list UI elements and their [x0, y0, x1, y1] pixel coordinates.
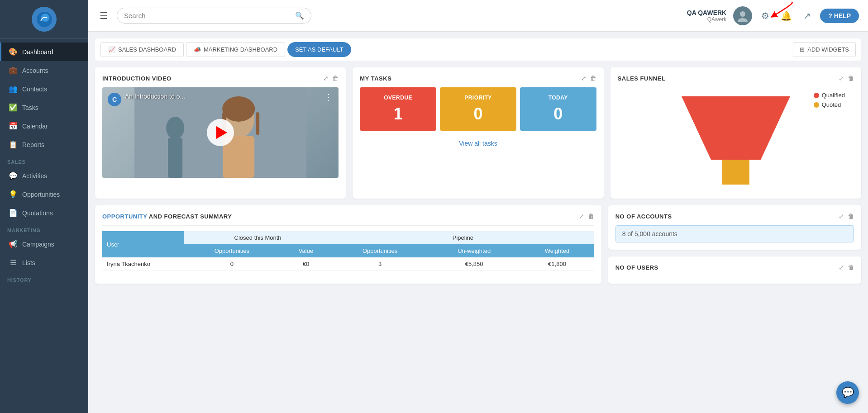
accounts-expand[interactable]: ⤢ — [839, 213, 844, 220]
sidebar-item-campaigns[interactable]: 📢 Campaigns — [0, 235, 88, 253]
unweighted-col-header: Un-weighted — [428, 244, 520, 257]
video-background: C An Introduction to o... ⋮ — [102, 87, 339, 178]
sidebar-item-opportunities[interactable]: 💡 Opportunities — [0, 185, 88, 204]
table-row: Iryna Tkachenko 0 €0 3 €5,850 €1,800 — [102, 257, 594, 271]
accounts-icon: 💼 — [9, 66, 18, 75]
app-logo — [32, 7, 57, 32]
search-input[interactable] — [124, 12, 291, 19]
accounts-widget-title: NO OF ACCOUNTS — [615, 213, 672, 220]
sidebar-item-accounts[interactable]: 💼 Accounts — [0, 61, 88, 80]
play-button[interactable] — [207, 119, 234, 146]
sidebar-item-reports[interactable]: 📋 Reports — [0, 135, 88, 154]
sales-funnel-widget: SALES FUNNEL ⤢ 🗑 Qualified — [610, 67, 861, 199]
marketing-section-label: MARKETING — [0, 222, 88, 235]
opportunity-widget: OPPORTUNITY OPPORTUNITY AND FORECAST SUM… — [95, 205, 601, 284]
sidebar-item-quotations[interactable]: 📄 Quotations — [0, 204, 88, 222]
bottom-row: OPPORTUNITY OPPORTUNITY AND FORECAST SUM… — [95, 205, 861, 284]
svg-rect-14 — [722, 160, 749, 185]
svg-point-6 — [166, 117, 184, 139]
qualified-label: Qualified — [822, 92, 845, 99]
sales-funnel-delete[interactable]: 🗑 — [848, 75, 854, 82]
svg-rect-12 — [256, 112, 259, 135]
megaphone-icon: 📣 — [194, 46, 201, 53]
main-area: ☰ 🔍 QA QAWERK QAwerk ⚙ — [88, 0, 868, 413]
activities-icon: 💬 — [9, 171, 18, 180]
svg-rect-7 — [168, 138, 182, 178]
widget-grid-top: INTRODUCTION VIDEO ⤢ 🗑 — [95, 67, 861, 199]
header: ☰ 🔍 QA QAWERK QAwerk ⚙ — [88, 0, 868, 32]
accounts-delete[interactable]: 🗑 — [848, 213, 854, 220]
today-task-card[interactable]: TODAY 0 — [520, 87, 596, 131]
weighted-cell: €1,800 — [520, 257, 594, 271]
user-info: QA QAWERK QAwerk — [687, 9, 726, 23]
intro-video-expand[interactable]: ⤢ — [323, 75, 329, 82]
opportunities-icon: 💡 — [9, 190, 18, 199]
opportunity-delete[interactable]: 🗑 — [588, 213, 594, 220]
my-tasks-delete[interactable]: 🗑 — [590, 75, 596, 82]
qualified-dot — [814, 93, 819, 98]
intro-video-widget: INTRODUCTION VIDEO ⤢ 🗑 — [95, 67, 346, 199]
overdue-label: OVERDUE — [365, 95, 431, 101]
users-expand[interactable]: ⤢ — [839, 264, 844, 271]
search-icon: 🔍 — [295, 11, 304, 20]
users-widget-actions: ⤢ 🗑 — [839, 264, 854, 271]
video-logo: C — [108, 93, 121, 106]
quoted-dot — [814, 102, 819, 108]
sidebar-item-activities[interactable]: 💬 Activities — [0, 166, 88, 185]
dashboard-icon: 🎨 — [9, 47, 18, 56]
sidebar-item-label: Campaigns — [22, 241, 54, 248]
sidebar-item-contacts[interactable]: 👥 Contacts — [0, 80, 88, 98]
search-box: 🔍 — [117, 8, 311, 24]
sidebar-item-calendar[interactable]: 📅 Calendar — [0, 117, 88, 135]
intro-video-title: INTRODUCTION VIDEO — [102, 75, 172, 82]
funnel-svg — [677, 92, 795, 187]
tab-marketing-label: MARKETING DASHBOARD — [204, 46, 277, 53]
overdue-task-card[interactable]: OVERDUE 1 — [360, 87, 436, 131]
sidebar-item-tasks[interactable]: ✅ Tasks — [0, 98, 88, 117]
help-label: ? HELP — [828, 12, 851, 19]
video-more-icon[interactable]: ⋮ — [324, 92, 333, 103]
priority-task-card[interactable]: PRIORITY 0 — [440, 87, 516, 131]
tab-sales-label: SALES DASHBOARD — [118, 46, 176, 53]
dashboard-tabs: 📈 SALES DASHBOARD 📣 MARKETING DASHBOARD … — [95, 38, 861, 61]
users-widget-header: NO OF USERS ⤢ 🗑 — [615, 264, 854, 271]
weighted-col-header: Weighted — [520, 244, 594, 257]
add-widgets-button[interactable]: ⊞ ADD WIDGETS — [793, 42, 856, 57]
tab-marketing-dashboard[interactable]: 📣 MARKETING DASHBOARD — [186, 42, 285, 57]
opportunity-expand[interactable]: ⤢ — [579, 213, 584, 220]
sidebar-item-label: Calendar — [22, 123, 48, 130]
add-widgets-label: ADD WIDGETS — [807, 46, 849, 53]
tab-sales-dashboard[interactable]: 📈 SALES DASHBOARD — [100, 42, 184, 57]
view-all-tasks-link[interactable]: View all tasks — [360, 137, 596, 150]
chat-bubble-button[interactable]: 💬 — [836, 381, 859, 404]
my-tasks-widget: MY TASKS ⤢ 🗑 OVERDUE 1 PRIORITY 0 — [353, 67, 603, 199]
today-count: 0 — [525, 104, 591, 123]
help-button[interactable]: ? HELP — [820, 9, 859, 23]
svg-point-10 — [222, 96, 255, 122]
right-widgets: NO OF ACCOUNTS ⤢ 🗑 8 of 5,000 accounts N… — [608, 205, 861, 284]
sidebar-item-label: Lists — [22, 259, 35, 266]
video-title-overlay: An Introduction to o... — [125, 93, 185, 100]
intro-video-delete[interactable]: 🗑 — [332, 75, 339, 82]
sidebar-item-lists[interactable]: ☰ Lists — [0, 253, 88, 272]
share-button[interactable]: ↗ — [801, 8, 813, 24]
my-tasks-header: MY TASKS ⤢ 🗑 — [360, 75, 596, 82]
users-widget-title: NO OF USERS — [615, 264, 658, 271]
opportunity-header: OPPORTUNITY OPPORTUNITY AND FORECAST SUM… — [102, 213, 594, 220]
hamburger-button[interactable]: ☰ — [97, 8, 110, 24]
accounts-widget-header: NO OF ACCOUNTS ⤢ 🗑 — [615, 213, 854, 220]
reports-icon: 📋 — [9, 140, 18, 149]
users-delete[interactable]: 🗑 — [848, 264, 854, 271]
svg-marker-13 — [682, 96, 790, 160]
sidebar-item-dashboard[interactable]: 🎨 Dashboard — [0, 43, 88, 61]
notifications-button[interactable]: 🔔 — [778, 8, 794, 24]
quoted-label: Quoted — [822, 101, 841, 108]
tab-set-default[interactable]: SET AS DEFAULT — [287, 42, 351, 57]
my-tasks-expand[interactable]: ⤢ — [581, 75, 587, 82]
pipeline-opp-cell: 3 — [332, 257, 428, 271]
video-thumbnail[interactable]: C An Introduction to o... ⋮ — [102, 87, 339, 178]
user-name: QA QAWERK — [687, 9, 726, 16]
my-tasks-actions: ⤢ 🗑 — [581, 75, 596, 82]
sales-funnel-expand[interactable]: ⤢ — [839, 75, 844, 82]
quotations-icon: 📄 — [9, 209, 18, 217]
